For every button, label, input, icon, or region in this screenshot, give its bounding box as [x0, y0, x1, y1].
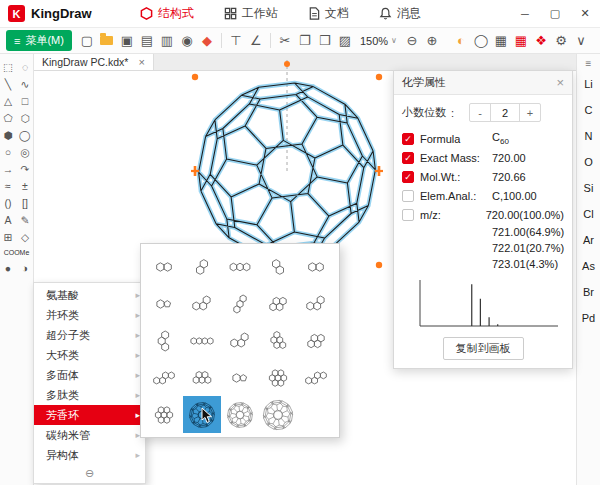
aromatic-template-18[interactable] [221, 359, 259, 396]
zoom-control[interactable]: 150% ∨ [360, 35, 397, 47]
aromatic-template-7[interactable] [183, 285, 221, 322]
paren-bracket-tool[interactable]: () [0, 194, 17, 211]
print-icon[interactable]: ▥ [158, 31, 176, 51]
text-tool-icon[interactable]: ⊤ [227, 31, 245, 51]
checkbox-exact-mass[interactable]: ✓ [402, 152, 414, 164]
element-N[interactable]: N [585, 123, 593, 149]
square-bracket-tool[interactable]: [] [17, 194, 34, 211]
element-Cl[interactable]: Cl [583, 201, 593, 227]
symbol-tool[interactable]: ◇ [17, 228, 34, 245]
curved-arrow-tool[interactable]: ↷ [17, 160, 34, 177]
aromatic-template-14[interactable] [259, 322, 297, 359]
wavy-bond-tool[interactable]: ≈ [0, 177, 17, 194]
checkbox-elem-anal[interactable] [402, 190, 414, 202]
menu-item-2[interactable]: 超分子类▸ [34, 325, 145, 345]
charge-tool[interactable]: ± [17, 177, 34, 194]
aromatic-template-17[interactable] [183, 359, 221, 396]
arrow-tool[interactable]: → [0, 160, 17, 177]
nav-tab-message[interactable]: 消息 [379, 5, 421, 22]
maximize-button[interactable]: ▢ [540, 0, 570, 28]
aromatic-template-16[interactable] [145, 359, 183, 396]
eraser-icon[interactable]: ◆ [198, 31, 216, 51]
aromatic-template-10[interactable] [297, 285, 335, 322]
document-tab[interactable]: KingDraw PC.kdx* × [34, 54, 154, 70]
zoom-out-icon[interactable]: ⊖ [403, 31, 421, 51]
checkbox-mz[interactable] [402, 209, 414, 221]
aromatic-template-4[interactable] [259, 248, 297, 285]
orbital-filled-tool[interactable]: ● [0, 259, 17, 276]
aromatic-template-2[interactable] [183, 248, 221, 285]
cut-icon[interactable]: ✂ [276, 31, 294, 51]
settings-icon[interactable]: ⚙ [552, 31, 570, 51]
menu-item-0[interactable]: 氨基酸▸ [34, 285, 145, 305]
bond-tool[interactable]: ╲ [0, 75, 17, 92]
aromatic-template-20[interactable] [297, 359, 335, 396]
nav-tab-document[interactable]: 文档 [308, 5, 349, 22]
share-icon[interactable]: ❖ [532, 31, 550, 51]
fill-color-icon[interactable]: ◯ [472, 31, 490, 51]
aromatic-template-3[interactable] [221, 248, 259, 285]
element-Pd[interactable]: Pd [582, 305, 595, 331]
menu-item-4[interactable]: 多面体▸ [34, 365, 145, 385]
main-menu-button[interactable]: ≡ 菜单(M) [6, 30, 72, 51]
aromatic-template-8[interactable] [221, 285, 259, 322]
aromatic-template-13[interactable] [221, 322, 259, 359]
cyclohexane-ring-tool[interactable]: ⬡ [17, 109, 34, 126]
close-button[interactable]: ✕ [570, 0, 600, 28]
more-icon[interactable]: ∨ [572, 31, 590, 51]
stamp-icon[interactable]: ◉ [178, 31, 196, 51]
checkbox-mol-wt[interactable]: ✓ [402, 171, 414, 183]
grid-view-icon[interactable]: ▦ [492, 31, 510, 51]
close-panel-icon[interactable]: × [556, 75, 564, 90]
aromatic-template-12[interactable] [183, 322, 221, 359]
element-O[interactable]: O [584, 149, 593, 175]
checkbox-formula[interactable]: ✓ [402, 133, 414, 145]
element-As[interactable]: As [582, 253, 595, 279]
element-Li[interactable]: Li [584, 71, 593, 97]
c60-molecule-selected[interactable] [172, 60, 402, 274]
cyclobutane-ring-tool[interactable]: □ [17, 92, 34, 109]
decimal-increase-button[interactable]: + [520, 104, 540, 121]
paste-icon[interactable]: ❒ [316, 31, 334, 51]
element-Si[interactable]: Si [584, 175, 594, 201]
variable-ring-tool[interactable]: ◎ [17, 143, 34, 160]
clean-icon[interactable]: ▨ [336, 31, 354, 51]
aromatic-template-5[interactable] [297, 248, 335, 285]
abbreviation-tool[interactable]: COOMe [0, 245, 34, 259]
marquee-select-tool[interactable]: ⬚ [0, 58, 17, 75]
aromatic-template-21[interactable] [145, 396, 183, 433]
template-tool[interactable]: ⊞ [0, 228, 17, 245]
element-Ar[interactable]: Ar [583, 227, 594, 253]
cycloheptane-ring-tool[interactable]: ◯ [17, 126, 34, 143]
menu-item-6[interactable]: 芳香环▸ [34, 405, 145, 425]
angle-tool-icon[interactable]: ∠ [247, 31, 265, 51]
copy-icon[interactable]: ❐ [296, 31, 314, 51]
nav-tab-workspace[interactable]: 工作站 [224, 5, 278, 22]
cyclopentane-ring-tool[interactable]: ⬠ [0, 109, 17, 126]
element-Br[interactable]: Br [583, 279, 594, 305]
open-folder-icon[interactable] [98, 31, 116, 51]
decimal-decrease-button[interactable]: - [470, 104, 490, 121]
lasso-select-tool[interactable]: ◌ [17, 58, 34, 75]
minimize-button[interactable]: ─ [510, 0, 540, 28]
benzene-ring-tool[interactable]: ⬢ [0, 126, 17, 143]
template-panel-icon[interactable]: ▦ [512, 31, 530, 51]
text-tool[interactable]: A [0, 211, 17, 228]
panel-toggle-icon[interactable]: ≡ [586, 56, 592, 71]
pencil-tool[interactable]: ✎ [17, 211, 34, 228]
highlight-color-icon[interactable]: ◐ [452, 31, 470, 51]
fullerene-template-c70[interactable] [259, 396, 297, 433]
element-C[interactable]: C [585, 97, 593, 123]
copy-to-canvas-button[interactable]: 复制到画板 [443, 337, 524, 360]
aromatic-template-11[interactable] [145, 322, 183, 359]
nav-tab-structure[interactable]: 结构式 [140, 5, 194, 22]
cyclopropane-ring-tool[interactable]: △ [0, 92, 17, 109]
menu-item-5[interactable]: 多肽类▸ [34, 385, 145, 405]
aromatic-template-19[interactable] [259, 359, 297, 396]
menu-item-1[interactable]: 并环类▸ [34, 305, 145, 325]
close-tab-icon[interactable]: × [138, 56, 144, 68]
fullerene-template-c60[interactable] [221, 396, 259, 433]
menu-scroll-icon[interactable]: ⊖ [85, 467, 94, 480]
aromatic-template-6[interactable] [145, 285, 183, 322]
chain-tool[interactable]: ∿ [17, 75, 34, 92]
